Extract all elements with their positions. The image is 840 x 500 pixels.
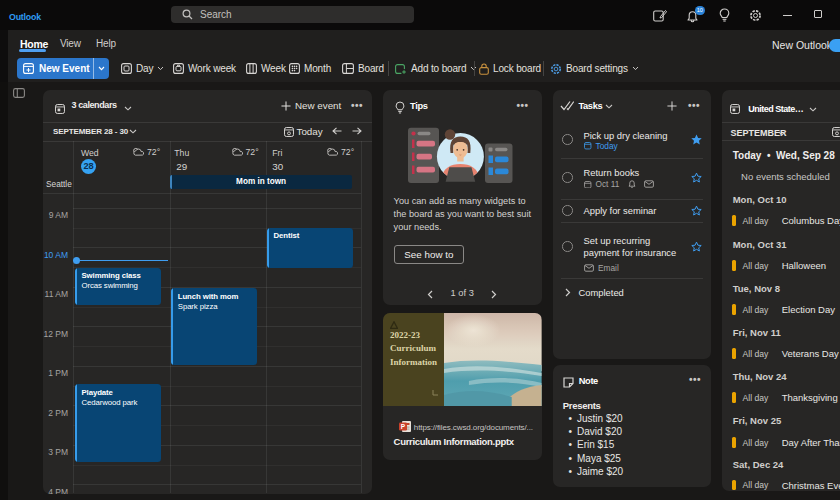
svg-text:P: P — [400, 423, 405, 430]
